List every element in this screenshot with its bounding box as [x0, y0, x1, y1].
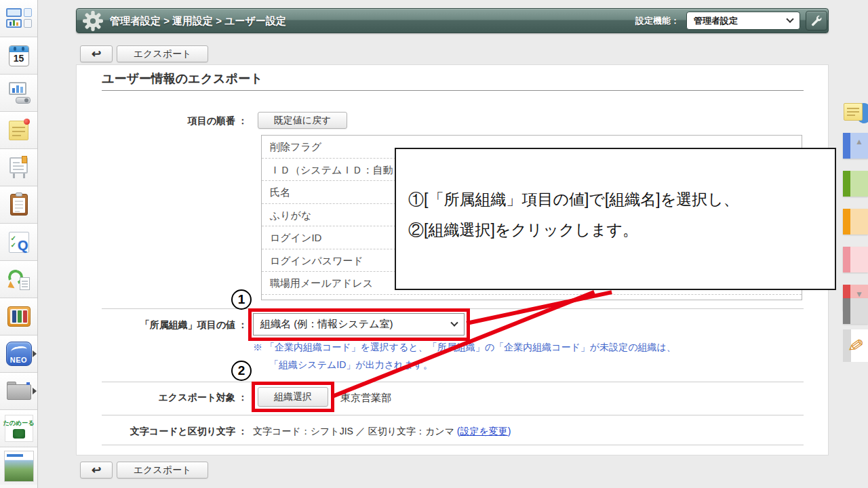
export-button-top[interactable]: エクスポート [117, 45, 208, 62]
banner-image [4, 451, 34, 482]
back-button-bottom[interactable]: ↩ [80, 462, 113, 479]
org-select-button[interactable]: 組織選択 [258, 387, 328, 407]
list-item[interactable]: 携帯用メールアドレス [262, 295, 802, 301]
order-label: 項目の順番 ： [68, 115, 248, 127]
row-divider [102, 382, 804, 382]
row-divider [102, 308, 804, 309]
workflow-icon [8, 268, 30, 290]
pencil-icon: ✎ [846, 333, 865, 359]
clipboard-icon [10, 194, 28, 216]
export-target-label: エクスポート対象 ： [68, 392, 248, 404]
change-settings-link[interactable]: 設定を変更 [460, 426, 508, 436]
callout-line1: ①[「所属組織」項目の値]で[組織名]を選択し、 [408, 184, 835, 215]
projector-icon [7, 82, 31, 104]
right-tab-gray[interactable] [843, 298, 868, 324]
sidebar-item-tanomeru[interactable]: たのめーる [0, 410, 37, 447]
title-divider [102, 90, 804, 91]
calendar-day: 15 [9, 53, 28, 64]
portal-icon [6, 8, 32, 28]
step-number: 2 [238, 363, 245, 378]
wrench-icon [810, 15, 823, 27]
charset-label: 文字コードと区切り文字 ： [68, 426, 248, 438]
bulletin-board-icon [8, 157, 30, 178]
sidebar-item-portal[interactable] [0, 0, 37, 37]
chevron-right-icon[interactable] [33, 350, 37, 357]
export-button-label: エクスポート [134, 48, 192, 60]
q-glyph: Q [18, 238, 28, 253]
right-tab-orange[interactable] [843, 209, 868, 235]
neo-label: NEO [7, 356, 31, 364]
right-tab-green[interactable] [843, 171, 868, 197]
chevron-down-icon [786, 15, 793, 22]
org-select-label: 組織選択 [274, 391, 312, 403]
right-rail-note[interactable] [844, 100, 868, 129]
sidebar-item-survey[interactable]: ✓ ✓ Q [0, 224, 37, 261]
settings-function-select[interactable]: 管理者設定 [686, 12, 800, 30]
sidebar-item-neo[interactable]: NEO [0, 336, 37, 373]
charset-row-value: 文字コード：シフトJIS ／ 区切り文字：カンマ (設定を変更) [253, 426, 511, 438]
step-badge-2: 2 [231, 361, 252, 381]
chevron-right-icon[interactable] [33, 388, 37, 394]
neo-logo-icon: NEO [6, 342, 32, 366]
back-button[interactable]: ↩ [80, 45, 113, 62]
tanomeru-label: たのめーる [3, 419, 35, 428]
binders-icon [7, 306, 31, 327]
callout-line2: ②[組織選択]をクリックします。 [408, 215, 835, 245]
settings-function-value: 管理者設定 [694, 15, 738, 27]
org-value-selected: 組織名 (例：情報システム室) [260, 318, 393, 331]
paren-close: ) [508, 426, 511, 436]
step-badge-1: 1 [231, 289, 252, 310]
gear-icon [83, 11, 103, 31]
memo-icon [9, 121, 28, 140]
sidebar-item-bulletin[interactable] [0, 149, 37, 186]
check-icon: ✓ [11, 235, 16, 242]
export-button-label: エクスポート [134, 464, 192, 476]
step-number: 1 [238, 292, 245, 307]
instruction-callout: ①[「所属組織」項目の値]で[組織名]を選択し、 ②[組織選択]をクリックします… [395, 148, 836, 290]
page-title: ユーザー情報のエクスポート [102, 70, 262, 87]
reset-default-button[interactable]: 既定値に戻す [258, 112, 347, 129]
export-button-bottom[interactable]: エクスポート [117, 462, 208, 479]
back-arrow-icon: ↩ [92, 48, 101, 60]
sidebar-item-schedule[interactable]: 15 [0, 37, 37, 75]
org-value-select[interactable]: 組織名 (例：情報システム室) [253, 313, 465, 336]
breadcrumb: 管理者設定 > 運用設定 > ユーザー設定 [110, 8, 286, 33]
sidebar-item-banner[interactable] [0, 447, 37, 485]
row-divider [102, 445, 804, 445]
calendar-icon: 15 [9, 45, 29, 66]
scroll-up-icon[interactable]: ▲ [855, 137, 863, 146]
org-value-label: 「所属組織」項目の値 ： [68, 319, 248, 331]
paren-open: ( [454, 426, 460, 436]
sidebar-item-workflow[interactable] [0, 261, 37, 298]
sidebar-item-cabinet[interactable] [0, 298, 37, 336]
sidebar-item-presentation[interactable] [0, 75, 37, 112]
sidebar-item-clipboard[interactable] [0, 186, 37, 224]
settings-function-label: 設定機能： [610, 8, 679, 33]
reset-default-label: 既定値に戻す [274, 115, 332, 127]
right-rail-pencil[interactable]: ✎ [843, 329, 868, 362]
export-target-value: 東京営業部 [340, 392, 391, 405]
folder-icon [7, 382, 31, 401]
row-divider [102, 415, 804, 415]
left-app-rail: 15 ✓ ✓ Q NEO [0, 0, 38, 488]
scroll-down-icon[interactable]: ▼ [855, 289, 863, 299]
charset-value: 文字コード：シフトJIS ／ 区切り文字：カンマ [253, 426, 454, 436]
check-icon: ✓ [11, 242, 16, 249]
tanomeru-logo: たのめーる [5, 415, 33, 442]
survey-icon: ✓ ✓ Q [9, 232, 29, 253]
chevron-down-icon [450, 319, 458, 326]
sidebar-item-folder[interactable] [0, 373, 37, 410]
sidebar-item-memo[interactable] [0, 112, 37, 149]
sticky-note-icon [844, 103, 863, 121]
wrench-button[interactable] [806, 11, 827, 30]
back-arrow-icon: ↩ [92, 464, 101, 476]
right-tab-pink[interactable] [843, 247, 868, 272]
screen: 15 ✓ ✓ Q NEO [0, 0, 868, 488]
